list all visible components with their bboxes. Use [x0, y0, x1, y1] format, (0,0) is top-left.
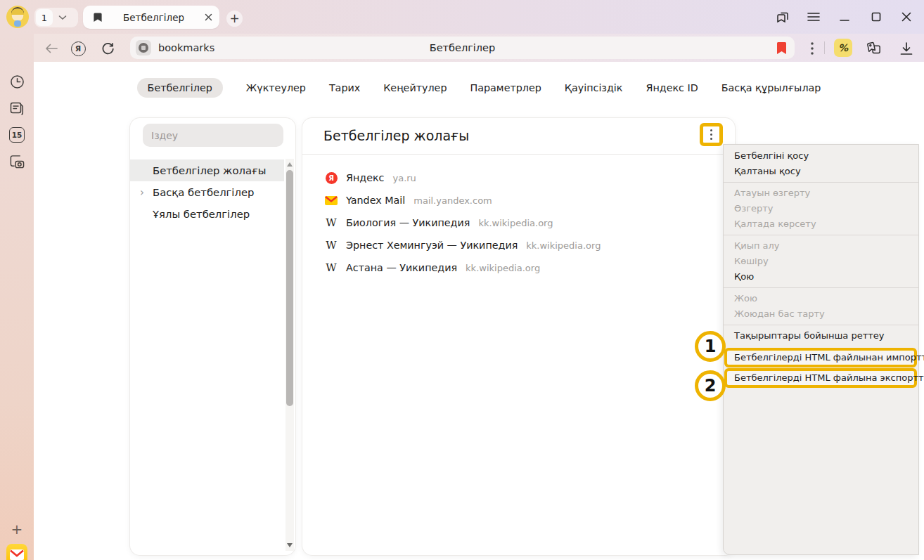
wikipedia-favicon: W: [325, 263, 338, 273]
address-bar-row: Я bookmarks Бетбелгілер %: [34, 34, 924, 62]
nav-tab-yandex-id[interactable]: Яндекс ID: [646, 82, 698, 93]
yandex-home-icon[interactable]: Я: [70, 41, 86, 56]
menu-item-export-html[interactable]: Бетбелгілерді HTML файлына экспорттау: [724, 368, 917, 388]
bookmark-list: Я Яндекс ya.ru Yandex Mail mail.yandex.c…: [302, 167, 735, 279]
left-sidebar-rail: 15 + •••: [0, 34, 34, 560]
bookmark-icon: [92, 12, 103, 23]
refresh-icon[interactable]: [100, 41, 115, 56]
menu-divider: [724, 325, 918, 325]
menu-item-add-folder[interactable]: Қалтаны қосу: [724, 164, 918, 179]
context-menu: Бетбелгіні қосу Қалтаны қосу Атауын өзге…: [723, 144, 919, 555]
menu-divider: [724, 235, 918, 235]
nav-tab-settings[interactable]: Параметрлер: [470, 82, 541, 93]
minimize-button[interactable]: [837, 9, 852, 25]
nav-tab-extensions[interactable]: Кеңейтулер: [383, 82, 447, 93]
chevron-right-icon[interactable]: ›: [140, 186, 144, 199]
wikipedia-favicon: W: [325, 240, 338, 251]
menu-hamburger-icon[interactable]: [806, 9, 821, 25]
bookmark-flag-icon[interactable]: [777, 42, 786, 54]
close-button[interactable]: [899, 9, 914, 25]
menu-item-copy: Көшіру: [724, 254, 918, 269]
toolbar-separator: [824, 41, 825, 54]
tab-title: Бетбелгілер: [103, 12, 205, 23]
menu-item-paste[interactable]: Қою: [724, 269, 918, 285]
menu-item-rename: Атауын өзгерту: [724, 185, 918, 201]
address-bar[interactable]: bookmarks Бетбелгілер: [130, 37, 795, 59]
yandex-mail-favicon: [325, 196, 338, 205]
chevron-down-icon: [58, 15, 67, 20]
bookmarks-sidebar: Бетбелгілер жолағы › Басқа бетбелгілер Ұ…: [130, 118, 295, 555]
menu-divider: [724, 182, 918, 183]
settings-nav: Бетбелгілер Жүктеулер Тарих Кеңейтулер П…: [34, 77, 924, 98]
bookmark-row[interactable]: W Биология — Уикипедия kk.wikipedia.org: [302, 211, 735, 234]
menu-item-import-html[interactable]: Бетбелгілерді HTML файлынан импорттау: [724, 348, 917, 367]
more-actions-icon[interactable]: [804, 41, 820, 56]
nav-tab-bookmarks[interactable]: Бетбелгілер: [137, 78, 223, 98]
menu-item-delete: Жою: [724, 291, 918, 306]
yandex-favicon: Я: [325, 172, 338, 184]
sidebar-item-other-bookmarks[interactable]: › Басқа бетбелгілер: [130, 181, 284, 203]
folder-list: Бетбелгілер жолағы › Басқа бетбелгілер Ұ…: [130, 159, 284, 225]
annotation-highlight-kebab: [700, 123, 723, 146]
screenshot-camera-icon[interactable]: [9, 154, 25, 169]
maximize-button[interactable]: [868, 9, 884, 25]
page-title: Бетбелгілер: [130, 42, 795, 53]
nav-tab-downloads[interactable]: Жүктеулер: [246, 82, 306, 93]
side-panels-icon[interactable]: [775, 9, 790, 25]
calendar-icon[interactable]: 15: [9, 127, 25, 143]
wikipedia-favicon: W: [325, 218, 338, 228]
menu-divider: [724, 287, 918, 288]
bookmark-row[interactable]: W Астана — Уикипедия kk.wikipedia.org: [302, 256, 735, 279]
history-clock-icon[interactable]: [9, 74, 25, 89]
bookmark-row[interactable]: W Эрнест Хемингуэй — Уикипедия kk.wikipe…: [302, 234, 735, 256]
yandex-mail-app-icon[interactable]: [6, 544, 27, 560]
nav-tab-other-devices[interactable]: Басқа құрылғылар: [721, 82, 821, 93]
bookmark-row[interactable]: Yandex Mail mail.yandex.com: [302, 189, 735, 211]
sidebar-item-mobile-bookmarks[interactable]: Ұялы бетбелгілер: [130, 203, 284, 225]
add-widget-icon[interactable]: +: [9, 521, 25, 537]
tab-group-count: 1: [36, 9, 53, 26]
sidebar-item-bookmarks-bar[interactable]: Бетбелгілер жолағы: [130, 159, 284, 181]
sidebar-scrollbar[interactable]: [285, 159, 294, 551]
menu-item-show-in-folder: Қалтада көрсету: [724, 216, 918, 232]
new-tab-button[interactable]: +: [226, 11, 243, 27]
scrollbar-thumb[interactable]: [286, 170, 293, 406]
back-icon[interactable]: [44, 41, 59, 56]
menu-item-cut: Қиып алу: [724, 238, 918, 254]
header-divider: [302, 154, 735, 155]
bookmarks-main-panel: Бетбелгілер жолағы Я Яндекс ya.ru Yandex…: [302, 118, 735, 555]
tab-group-selector[interactable]: 1: [34, 8, 78, 27]
notes-icon[interactable]: [9, 100, 25, 116]
search-input[interactable]: [143, 124, 283, 147]
nav-tab-history[interactable]: Тарих: [329, 82, 360, 93]
panel-heading: Бетбелгілер жолағы: [323, 128, 469, 143]
download-icon[interactable]: [899, 41, 914, 56]
menu-item-undo-delete: Жоюдан бас тарту: [724, 306, 918, 322]
nav-tab-security[interactable]: Қауіпсіздік: [565, 82, 623, 93]
menu-item-sort-by-title[interactable]: Тақырыптары бойынша реттеу: [724, 328, 918, 344]
profile-avatar[interactable]: [6, 6, 29, 28]
collections-icon[interactable]: [866, 41, 881, 56]
percent-promo-icon[interactable]: %: [834, 39, 852, 57]
menu-item-add-bookmark[interactable]: Бетбелгіні қосу: [724, 148, 918, 164]
browser-titlebar: 1 Бетбелгілер +: [0, 0, 924, 34]
active-tab[interactable]: Бетбелгілер: [83, 6, 219, 29]
scroll-up-arrow[interactable]: [287, 162, 293, 167]
annotation-step-2: 2: [695, 370, 726, 401]
menu-item-edit: Өзгерту: [724, 201, 918, 216]
scroll-down-arrow[interactable]: [287, 543, 293, 547]
bookmark-row[interactable]: Я Яндекс ya.ru: [302, 167, 735, 189]
annotation-step-1: 1: [695, 331, 726, 362]
tab-close-icon[interactable]: [205, 13, 212, 21]
browser-window: 1 Бетбелгілер +: [0, 0, 924, 560]
